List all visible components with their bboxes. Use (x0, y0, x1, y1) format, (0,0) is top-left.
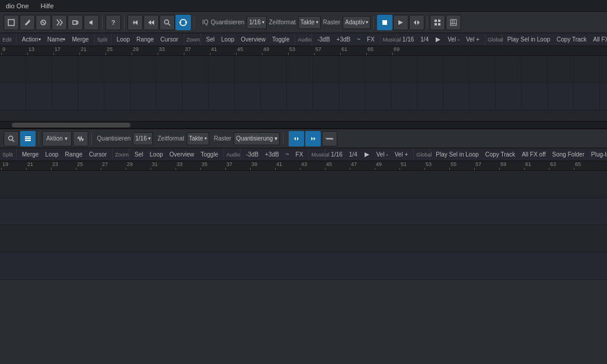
fx-btn[interactable]: FX (364, 34, 378, 45)
all-fx-off-btn[interactable]: All FX off (590, 34, 607, 45)
blue-btn-3[interactable] (305, 131, 321, 146)
overview-btn[interactable]: Overview (238, 34, 269, 45)
top-scrollbar-thumb[interactable] (12, 123, 130, 127)
rewind-btn[interactable] (143, 15, 159, 30)
mute-tool-btn[interactable] (68, 15, 83, 30)
copy-track-btn[interactable]: Copy Track (554, 34, 590, 45)
aktion-btn[interactable]: Aktion ▾ (42, 131, 72, 146)
audio-label: Audio (295, 33, 312, 46)
bottom-plugin-manager-btn[interactable]: Plug-In Manager (588, 149, 607, 160)
arrow-right-btn[interactable] (393, 15, 408, 30)
pencil-tool-btn[interactable] (20, 15, 35, 30)
bottom-quantize-down-btn[interactable] (361, 149, 373, 160)
quantize-select-2[interactable]: 1/16▾ (133, 132, 152, 145)
cursor-btn[interactable]: Cursor (158, 34, 181, 45)
timeformat-select-2[interactable]: Takte▾ (187, 132, 209, 145)
ruler-mark: 37 (184, 46, 210, 55)
top-track-lanes[interactable] (0, 56, 607, 121)
action-btn[interactable]: Action (19, 34, 44, 45)
bottom-track-lane-3 (0, 225, 607, 253)
bottom-copy-track-btn[interactable]: Copy Track (483, 149, 519, 160)
bottom-4th-btn[interactable]: 1/4 (346, 149, 360, 160)
raster-select[interactable]: Adaptiv▾ (343, 16, 370, 29)
range-btn[interactable]: Range (133, 34, 156, 45)
bottom-vel-plus-btn[interactable]: Vel + (392, 149, 411, 160)
blue-btn-2[interactable] (289, 131, 304, 146)
svg-marker-13 (179, 22, 181, 24)
svg-marker-36 (365, 152, 369, 157)
midi-btn[interactable] (73, 131, 88, 146)
arrow-both-btn[interactable] (409, 15, 424, 30)
arrange-btn[interactable] (20, 131, 36, 146)
loop-split-btn[interactable]: Loop (114, 34, 133, 45)
bottom-track-lane-2 (0, 198, 607, 225)
bottom-overview-btn[interactable]: Overview (167, 149, 197, 160)
bottom-minus3db-btn[interactable]: -3dB (243, 149, 261, 160)
volume-tool-btn[interactable] (84, 15, 99, 30)
menu-studio-one[interactable]: dio One (4, 2, 31, 9)
bottom-fx-btn[interactable]: FX (293, 149, 306, 160)
bottom-play-sel-btn[interactable]: Play Sel in Loop (433, 149, 481, 160)
quantize-down-btn[interactable] (432, 34, 444, 45)
wave-btn-2[interactable] (322, 131, 337, 146)
bottom-cursor-btn[interactable]: Cursor (86, 149, 110, 160)
bottom-toggle-btn[interactable]: Toggle (197, 149, 221, 160)
eraser-tool-btn[interactable] (36, 15, 51, 30)
help-btn[interactable]: ? (106, 15, 121, 30)
select-tool-btn[interactable] (4, 15, 19, 30)
bottom-all-fx-off-btn[interactable]: All FX off (519, 149, 548, 160)
bottom-loop-zoom-btn[interactable]: Loop (147, 149, 166, 160)
piano-btn[interactable] (446, 15, 461, 30)
play-sel-in-loop-btn[interactable]: Play Sel in Loop (504, 34, 553, 45)
svg-marker-15 (398, 20, 403, 25)
blue-btn-1[interactable] (377, 15, 392, 30)
bottom-merge-btn[interactable]: Merge (19, 149, 41, 160)
bottom-wave-btn[interactable]: ~ (283, 149, 292, 160)
svg-rect-29 (25, 136, 31, 138)
top-scrollbar[interactable] (0, 121, 607, 128)
vel-minus-btn[interactable]: Vel - (445, 34, 462, 45)
ruler-mark: 47 (350, 161, 375, 170)
quantize-select[interactable]: 1/16▾ (247, 16, 266, 29)
bottom-song-folder-btn[interactable]: Song Folder (550, 149, 587, 160)
bottom-plus3db-btn[interactable]: +3dB (262, 149, 282, 160)
ruler-mark: 41 (275, 161, 300, 170)
magnifier-btn[interactable] (4, 131, 19, 146)
svg-point-27 (9, 136, 13, 140)
sel-btn[interactable]: Sel (203, 34, 218, 45)
separator-1 (102, 16, 103, 29)
ruler-mark: 27 (101, 161, 126, 170)
bottom-global-group: Play Sel in Loop Copy Track All FX off S… (430, 148, 607, 161)
loop-tool-btn[interactable] (175, 15, 191, 30)
wave-btn[interactable]: ~ (354, 34, 363, 45)
bottom-vel-minus-btn[interactable]: Vel - (373, 149, 391, 160)
bottom-loop-btn[interactable]: Loop (42, 149, 61, 160)
ruler-mark: 65 (574, 161, 599, 170)
ruler-mark: 9 (1, 46, 27, 55)
minus3db-btn[interactable]: -3dB (314, 34, 333, 45)
menu-hilfe[interactable]: Hilfe (39, 2, 56, 9)
iq-label: IQ (202, 19, 209, 25)
grid-btn[interactable] (430, 15, 445, 30)
split-tool-btn[interactable] (52, 15, 67, 30)
toggle-btn[interactable]: Toggle (269, 34, 292, 45)
bottom-sel-btn[interactable]: Sel (132, 149, 146, 160)
quarter-16-btn[interactable]: 1/16 (400, 34, 417, 45)
ruler-mark: 49 (375, 161, 400, 170)
name-btn[interactable]: Name (44, 34, 69, 45)
ruler-mark: 57 (314, 46, 340, 55)
quarter-4-btn[interactable]: 1/4 (417, 34, 432, 45)
separator-2 (124, 16, 124, 29)
plus3db-btn[interactable]: +3dB (334, 34, 354, 45)
ruler-mark: 69 (392, 46, 418, 55)
zoom-btn[interactable] (159, 15, 175, 30)
bottom-range-btn[interactable]: Range (62, 149, 85, 160)
merge-btn[interactable]: Merge (69, 34, 91, 45)
loop-zoom-btn[interactable]: Loop (218, 34, 237, 45)
bottom-16th-btn[interactable]: 1/16 (328, 149, 345, 160)
skip-to-start-btn[interactable] (127, 15, 143, 30)
global-group: Play Sel in Loop Copy Track All FX off S… (502, 33, 607, 46)
vel-plus-btn[interactable]: Vel + (463, 34, 483, 45)
raster-select-2[interactable]: Quantisierung ▾ (234, 132, 280, 145)
timeformat-select[interactable]: Takte▾ (298, 16, 321, 29)
